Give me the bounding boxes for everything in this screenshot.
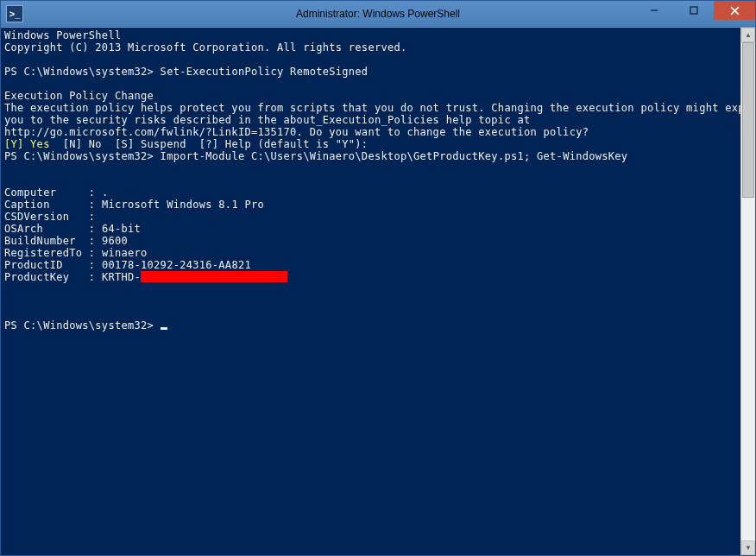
- prompt-command: Import-Module C:\Users\Winaero\Desktop\G…: [161, 150, 628, 162]
- powershell-icon: >_: [6, 5, 23, 22]
- prompt-path: PS C:\Windows\system32>: [4, 66, 154, 78]
- output-label: CSDVersion :: [4, 211, 95, 223]
- output-label: BuildNumber :: [4, 235, 95, 247]
- svg-line-3: [731, 7, 739, 15]
- maximize-button[interactable]: [674, 1, 714, 20]
- titlebar[interactable]: >_ Administrator: Windows PowerShell: [1, 1, 755, 27]
- console-output[interactable]: Windows PowerShell Copyright (C) 2013 Mi…: [1, 28, 740, 555]
- choice-yes: [Y] Yes: [4, 138, 50, 150]
- output-label: ProductKey :: [4, 271, 95, 283]
- ps-header: Windows PowerShell: [4, 29, 121, 41]
- output-label: OSArch :: [4, 223, 95, 235]
- output-value: KRTHD-: [102, 271, 141, 283]
- output-label: ProductID :: [4, 259, 95, 271]
- output-value: winaero: [102, 247, 148, 259]
- policy-text: The execution policy helps protect you f…: [4, 102, 740, 114]
- svg-line-2: [731, 7, 739, 15]
- output-label: Caption :: [4, 199, 95, 211]
- svg-rect-1: [690, 7, 697, 14]
- output-label: Computer :: [4, 186, 95, 199]
- console-area: Windows PowerShell Copyright (C) 2013 Mi…: [1, 27, 755, 555]
- window-title: Administrator: Windows PowerShell: [296, 8, 460, 20]
- cursor: [161, 327, 167, 330]
- output-label: RegisteredTo :: [4, 247, 95, 259]
- prompt-path: PS C:\Windows\system32>: [4, 150, 154, 162]
- output-value: Microsoft Windows 8.1 Pro: [102, 199, 264, 211]
- prompt-path: PS C:\Windows\system32>: [4, 319, 154, 332]
- powershell-icon-glyph: >_: [9, 9, 21, 19]
- powershell-window: >_ Administrator: Windows PowerShell Win…: [0, 0, 756, 556]
- choice-options: [N] No [S] Suspend [?] Help (default is …: [50, 138, 369, 150]
- scroll-up-arrow[interactable]: ▲: [741, 28, 755, 42]
- redacted-key: [141, 271, 287, 282]
- ps-copyright: Copyright (C) 2013 Microsoft Corporation…: [4, 41, 407, 54]
- scroll-track[interactable]: [741, 42, 755, 540]
- output-value: 9600: [102, 235, 128, 247]
- close-button[interactable]: [714, 1, 755, 20]
- output-value: .: [102, 186, 109, 199]
- policy-title: Execution Policy Change: [4, 90, 154, 102]
- prompt-command: Set-ExecutionPolicy RemoteSigned: [161, 66, 369, 78]
- window-controls: [634, 1, 755, 20]
- output-value: 00178-10292-24316-AA821: [102, 259, 251, 271]
- output-value: 64-bit: [102, 223, 141, 235]
- policy-text: you to the security risks described in t…: [4, 114, 531, 126]
- scroll-thumb[interactable]: [742, 42, 754, 198]
- minimize-button[interactable]: [634, 1, 674, 20]
- vertical-scrollbar[interactable]: ▲ ▼: [740, 28, 755, 555]
- scroll-down-arrow[interactable]: ▼: [741, 540, 755, 555]
- policy-text: http://go.microsoft.com/fwlink/?LinkID=1…: [4, 126, 589, 138]
